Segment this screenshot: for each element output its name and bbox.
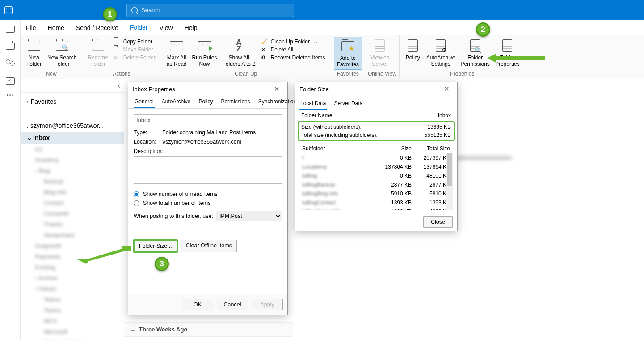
mail-icon[interactable] (6, 26, 15, 33)
callout-2: 2 (476, 22, 490, 37)
tasks-icon[interactable] (6, 77, 15, 85)
group-label-new: New (23, 70, 79, 79)
list-item[interactable]: › Blog (29, 165, 124, 176)
run-rules-button[interactable]: Run Rules Now (189, 37, 219, 69)
search-icon (131, 7, 138, 13)
close-icon[interactable]: ✕ (440, 85, 453, 93)
folder-inbox[interactable]: ⌄Inbox (21, 132, 124, 144)
size-label: Size (without subfolders): (301, 124, 362, 130)
mark-all-read-button[interactable]: Mark All as Read (164, 37, 189, 69)
list-item[interactable]: › Clients (29, 283, 124, 294)
list-item[interactable]: ConverMl (29, 208, 124, 219)
tab-server-data[interactable]: Server Data (333, 98, 363, 110)
list-item[interactable]: Blog info (29, 187, 124, 197)
table-row[interactable]: luBlogConverMl4822 KB4822 KB (299, 207, 453, 210)
list-item[interactable]: Teams (29, 294, 124, 305)
folder-properties-button[interactable]: Folder Properties (492, 37, 522, 69)
location-label: Location: (134, 139, 162, 145)
ok-button[interactable]: OK (182, 299, 213, 310)
search-input[interactable]: Search (126, 4, 294, 17)
delete-folder-button: ✕Delete Folder (114, 55, 156, 61)
nav-header: ‹ (21, 79, 124, 93)
table-row[interactable]: luBlogBackup2877 KB2877 KB (299, 180, 453, 189)
col-total-size: Total Size (414, 144, 453, 153)
show-all-az-button[interactable]: AZ Show All Folders A to Z (220, 37, 258, 69)
ribbon-group-actions: Rename Folder Copy Folder Move Folder ✕D… (82, 35, 161, 79)
clean-up-folder-button[interactable]: 🧹Clean Up Folder ⌄ (261, 38, 325, 45)
close-button[interactable]: Close (423, 216, 453, 228)
list-item[interactable]: RakutenProject (29, 337, 124, 340)
tab-autoarchive[interactable]: AutoArchive (161, 96, 192, 108)
close-icon[interactable]: ✕ (270, 85, 283, 93)
new-search-folder-button[interactable]: 🔍 New Search Folder (45, 37, 79, 69)
recover-deleted-button[interactable]: ♻Recover Deleted Items (261, 55, 325, 61)
table-row[interactable]: Lucademy137864 KB137864 KB (299, 162, 453, 171)
list-item[interactable]: Streamhard (29, 230, 124, 240)
table-row[interactable]: luBlogBlog info5910 KB5910 KB (299, 189, 453, 198)
callout-3: 3 (155, 257, 169, 271)
scrollbar[interactable] (446, 153, 453, 210)
more-icon[interactable] (6, 94, 15, 96)
post-select[interactable]: IPM.Post (216, 211, 282, 221)
list-item[interactable]: m1 (29, 144, 124, 154)
folder-name-label: Folder Name: (301, 112, 334, 119)
menu-send-receive[interactable]: Send / Receive (75, 21, 119, 34)
folder-name-value: Inbox (438, 112, 451, 119)
list-item[interactable]: Microsoft (29, 326, 124, 337)
list-item[interactable]: MCS (29, 315, 124, 326)
list-item[interactable]: Academy (29, 154, 124, 165)
list-item[interactable]: Backup (29, 176, 124, 187)
tab-policy[interactable]: Policy (198, 96, 214, 108)
view-on-server-button: View on Server (368, 37, 392, 69)
folder-name-field[interactable] (134, 114, 282, 126)
menu-bar: File Home Send / Receive Folder View Hel… (21, 20, 644, 35)
policy-button[interactable]: Policy (402, 37, 424, 63)
tab-local-data[interactable]: Local Data (299, 98, 327, 110)
tab-general[interactable]: General (134, 96, 155, 108)
collapse-nav-icon[interactable]: ‹ (118, 81, 120, 90)
search-placeholder: Search (141, 7, 160, 13)
list-item[interactable]: Teams (29, 305, 124, 315)
apply-button[interactable]: Apply (252, 299, 283, 310)
radio-unread[interactable]: Show number of unread items (134, 191, 282, 197)
list-item[interactable]: › Archive (29, 272, 124, 283)
menu-home[interactable]: Home (47, 21, 65, 34)
copy-folder-button[interactable]: Copy Folder (114, 38, 156, 45)
folder-size-button[interactable]: Folder Size... (134, 240, 177, 252)
favorites-header[interactable]: Favorites (21, 93, 124, 110)
col-subfolder: Subfolder (299, 144, 376, 153)
list-item[interactable]: Thanks (29, 219, 124, 230)
radio-total[interactable]: Show total number of items (134, 200, 282, 206)
calendar-icon[interactable] (6, 42, 15, 50)
title-bar: Search (0, 0, 644, 20)
date-section[interactable]: Three Weeks Ago (124, 322, 293, 337)
dialog-title: Folder Size (299, 86, 329, 93)
svg-marker-1 (77, 246, 131, 264)
dialog-title: Inbox Properties (133, 86, 175, 93)
menu-file[interactable]: File (25, 21, 37, 34)
ribbon-group-cleanup: Mark All as Read Run Rules Now AZ Show A… (161, 35, 331, 79)
table-row[interactable]: luBlogContact1393 KB1393 KB (299, 198, 453, 207)
list-item[interactable]: Contact (29, 197, 124, 208)
menu-folder[interactable]: Folder (129, 21, 149, 34)
add-to-favorites-button[interactable]: ★ Add to Favorites (334, 37, 362, 70)
rename-folder-button: Rename Folder (85, 37, 110, 69)
description-textarea[interactable] (134, 156, 282, 184)
table-row[interactable]: I0 KB207397 KB (299, 153, 453, 162)
autoarchive-settings-button[interactable]: ⚙ AutoArchive Settings (424, 37, 458, 69)
callout-1: 1 (103, 7, 117, 21)
tab-permissions[interactable]: Permissions (220, 96, 251, 108)
table-row[interactable]: luBlog0 KB48101 KB (299, 171, 453, 180)
folder-size-dialog: Folder Size ✕ Local Data Server Data Fol… (295, 82, 458, 231)
cancel-button[interactable]: Cancel (217, 299, 248, 310)
delete-all-button[interactable]: ✕Delete All (261, 47, 325, 53)
tab-synchronization[interactable]: Synchronization (257, 96, 297, 108)
menu-view[interactable]: View (159, 21, 174, 34)
folder-permissions-button[interactable]: 🔍 Folder Permissions (458, 37, 492, 69)
inbox-properties-dialog: Inbox Properties ✕ General AutoArchive P… (128, 82, 288, 315)
people-icon[interactable] (6, 60, 15, 68)
clear-offline-button[interactable]: Clear Offline Items (181, 240, 237, 252)
new-folder-button[interactable]: New Folder (23, 37, 45, 69)
menu-help[interactable]: Help (184, 21, 198, 34)
account-node[interactable]: szymon@office365atwor... (21, 119, 124, 132)
